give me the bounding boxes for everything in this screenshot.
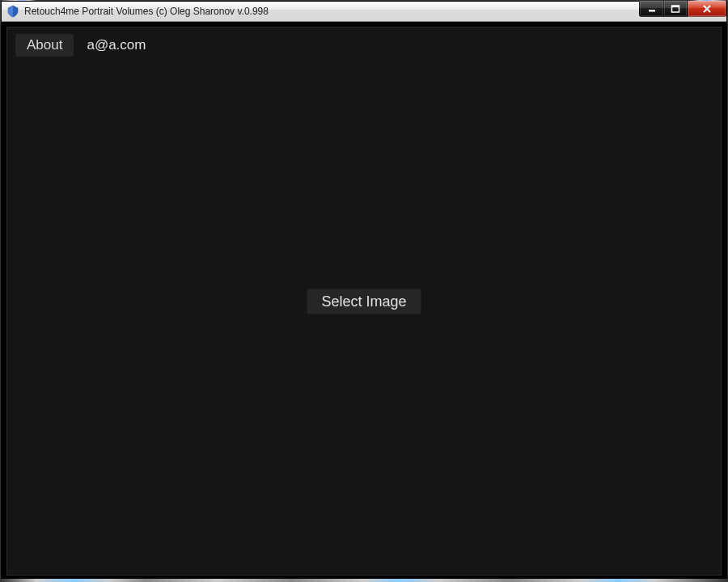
minimize-icon <box>647 5 657 13</box>
window-title: Retouch4me Portrait Volumes (c) Oleg Sha… <box>24 6 269 17</box>
svg-rect-0 <box>649 10 655 12</box>
titlebar[interactable]: Retouch4me Portrait Volumes (c) Oleg Sha… <box>2 2 726 22</box>
app-window: Retouch4me Portrait Volumes (c) Oleg Sha… <box>1 1 727 581</box>
toolbar: About a@a.com <box>15 34 146 57</box>
client-area: About a@a.com Select Image <box>2 22 726 580</box>
user-email: a@a.com <box>87 37 146 53</box>
maximize-icon <box>671 5 680 13</box>
maximize-button[interactable] <box>663 1 688 17</box>
about-button[interactable]: About <box>15 34 74 57</box>
window-controls <box>639 1 726 17</box>
app-icon <box>6 5 19 18</box>
main-panel: About a@a.com Select Image <box>6 27 722 576</box>
desktop-edge <box>0 579 728 582</box>
close-icon <box>702 5 712 13</box>
svg-rect-2 <box>672 6 679 7</box>
close-button[interactable] <box>688 1 726 17</box>
minimize-button[interactable] <box>639 1 663 17</box>
select-image-button[interactable]: Select Image <box>307 289 421 314</box>
